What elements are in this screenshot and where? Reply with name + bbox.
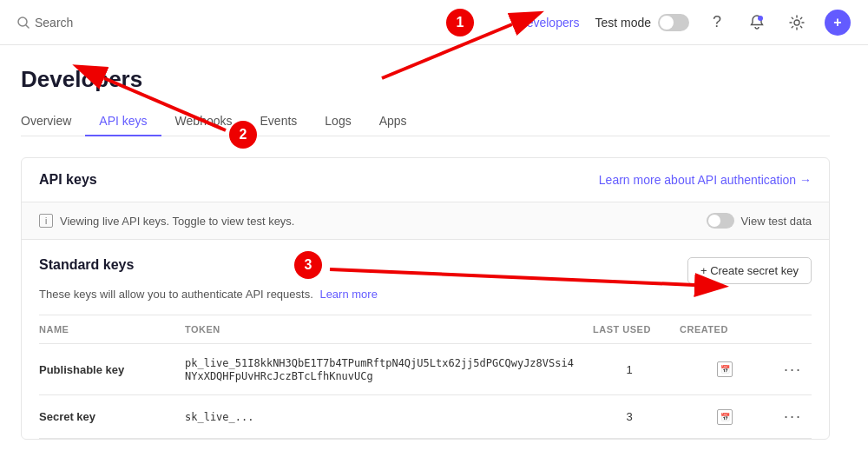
svg-point-3 [794, 20, 799, 25]
standard-keys-desc: These keys will allow you to authenticat… [39, 288, 812, 301]
view-test-data-toggle[interactable] [707, 213, 734, 229]
key-actions[interactable]: ··· [777, 344, 812, 395]
more-options-icon[interactable]: ··· [784, 361, 802, 378]
calendar-icon: 📅 [717, 409, 733, 425]
standard-keys-learn-more[interactable]: Learn more [319, 288, 377, 301]
tab-overview[interactable]: Overview [21, 107, 85, 136]
search-icon [17, 17, 30, 29]
standard-keys-section: Standard keys + Create secret key These … [22, 240, 829, 439]
developers-link[interactable]: Developers [518, 16, 580, 30]
settings-icon[interactable] [785, 10, 809, 35]
svg-line-1 [26, 25, 29, 28]
test-mode-wrap: Test mode [595, 14, 689, 31]
search-label: Search [35, 16, 73, 30]
col-header-lastused: LAST USED [586, 315, 673, 344]
api-keys-card: API keys Learn more about API authentica… [21, 157, 830, 440]
view-test-data-label: View test data [741, 215, 812, 228]
svg-point-2 [758, 16, 763, 21]
user-avatar[interactable]: + [825, 10, 851, 36]
key-last-used: 1 [586, 344, 673, 395]
sub-tabs: Overview API keys Webhooks Events Logs A… [21, 107, 830, 136]
tab-apps[interactable]: Apps [365, 107, 421, 136]
more-options-icon[interactable]: ··· [784, 408, 802, 425]
info-bar-text: Viewing live API keys. Toggle to view te… [60, 215, 295, 228]
help-icon[interactable]: ? [705, 10, 729, 35]
info-bar-right: View test data [707, 213, 812, 229]
search-area[interactable]: Search [17, 16, 504, 30]
standard-keys-title: Standard keys [39, 257, 134, 273]
test-mode-label: Test mode [595, 16, 651, 30]
table-row: Secret key sk_live_... 3 📅 ··· [39, 395, 812, 439]
tab-webhooks[interactable]: Webhooks [161, 107, 247, 136]
key-last-used: 3 [586, 395, 673, 439]
api-keys-header: API keys Learn more about API authentica… [22, 158, 829, 202]
create-secret-key-button[interactable]: + Create secret key [687, 257, 812, 284]
col-header-created: CREATED [673, 315, 777, 344]
top-nav: Search Developers Test mode ? + [0, 0, 868, 45]
key-name: Publishable key [39, 344, 178, 395]
info-bar: i Viewing live API keys. Toggle to view … [22, 202, 829, 240]
info-icon: i [39, 214, 53, 228]
calendar-icon: 📅 [717, 361, 733, 377]
page-title: Developers [21, 66, 830, 93]
key-name: Secret key [39, 395, 178, 439]
key-created: 📅 [673, 344, 777, 395]
page-content: Developers Overview API keys Webhooks Ev… [0, 45, 851, 440]
api-keys-title: API keys [39, 172, 97, 188]
learn-more-auth-link[interactable]: Learn more about API authentication → [599, 173, 812, 187]
col-header-actions [777, 315, 812, 344]
nav-right: Developers Test mode ? + [518, 10, 851, 36]
key-actions[interactable]: ··· [777, 395, 812, 439]
test-mode-toggle[interactable] [658, 14, 689, 31]
key-token: sk_live_... [178, 395, 586, 439]
tab-events[interactable]: Events [247, 107, 312, 136]
table-header-row: NAME TOKEN LAST USED CREATED [39, 315, 812, 344]
key-token: pk_live_51I8kkNH3QbE1T7b4TPumRftpN4QjU5L… [178, 344, 586, 395]
standard-keys-header: Standard keys + Create secret key [39, 257, 812, 284]
table-row: Publishable key pk_live_51I8kkNH3QbE1T7b… [39, 344, 812, 395]
info-bar-left: i Viewing live API keys. Toggle to view … [39, 214, 295, 228]
notification-icon[interactable] [745, 10, 769, 35]
tab-api-keys[interactable]: API keys [85, 107, 161, 136]
keys-table: NAME TOKEN LAST USED CREATED Publishable… [39, 315, 812, 439]
col-header-name: NAME [39, 315, 178, 344]
key-created: 📅 [673, 395, 777, 439]
col-header-token: TOKEN [178, 315, 586, 344]
tab-logs[interactable]: Logs [311, 107, 365, 136]
